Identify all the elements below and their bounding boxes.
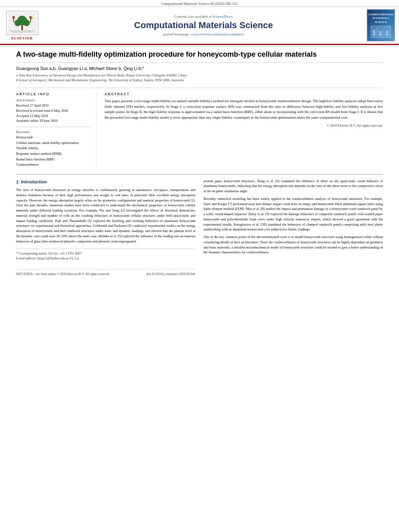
journal-citation: Computational Materials Science 49 (2010… (0, 0, 399, 7)
footnote-email: E-mail address: Qing.Li@Sydney.edu.au (Q… (16, 256, 195, 261)
affiliation-a: a State Key Laboratory of Advanced Desig… (16, 73, 383, 78)
doi-text: doi:10.1016/j.commatsci.2010.05.041 (146, 272, 195, 277)
svg-rect-1 (21, 25, 23, 30)
elsevier-logo: ELSEVIER (4, 11, 40, 40)
svg-rect-15 (376, 28, 378, 36)
keywords-label: Keywords: (16, 130, 91, 134)
authors-line: Guangyong Sun a,b, Guangyao Li a, Michae… (16, 66, 383, 71)
keyword-6: Crashworthiness (16, 162, 91, 168)
svg-point-3 (14, 20, 21, 26)
right-paragraph-3: One of the key common points of the abov… (204, 234, 383, 255)
affiliation-b: b School of Aerospace, Mechanical and Me… (16, 78, 383, 83)
info-abstract-section: ARTICLE INFO Article history: Received 2… (16, 88, 383, 168)
svg-point-8 (32, 17, 33, 18)
keyword-3: Variable fidelity (16, 146, 91, 151)
intro-paragraph-1: The uses of honeycomb structures as ener… (16, 187, 195, 244)
elsevier-logo-image (6, 11, 38, 35)
cover-decoration: COMPUTATIONALMATERIALSSCIENCE (367, 10, 395, 41)
keyword-2: Cellular materials, multi-fidelity optim… (16, 140, 91, 146)
sciencedirect-hyperlink[interactable]: ScienceDirect (212, 14, 232, 18)
issn-text: 0927-0256/$ – see front matter © 2010 El… (16, 272, 110, 277)
body-right-column: aramid paper honeycomb structures. Hong … (204, 179, 383, 277)
abstract-column: ABSTRACT This paper presents a two-stage… (105, 92, 383, 168)
article-info-column: ARTICLE INFO Article history: Received 2… (16, 92, 97, 168)
keywords-section: Keywords: Honeycomb Cellular materials, … (16, 130, 91, 168)
keyword-5: Radial basis function (RBF) (16, 157, 91, 162)
section1-heading: 1. Introduction (16, 179, 195, 185)
journal-center: Contents lists available at ScienceDirec… (44, 14, 363, 36)
article-content: A two-stage multi-fidelity optimization … (0, 45, 399, 281)
accepted-date: Accepted 12 May 2010 (16, 113, 91, 119)
footnote-area: * Corresponding author. Tel./fax: +61 2 … (16, 249, 195, 261)
elsevier-brand-text: ELSEVIER (11, 36, 33, 40)
authors-text: Guangyong Sun a,b, Guangyao Li a, Michae… (16, 66, 144, 71)
svg-point-5 (29, 16, 32, 18)
affiliations: a State Key Laboratory of Advanced Desig… (16, 73, 383, 83)
keyword-4: Response surface method (RSM) (16, 151, 91, 157)
journal-cover-image: COMPUTATIONALMATERIALSSCIENCE (367, 9, 395, 41)
bottom-bar: 0927-0256/$ – see front matter © 2010 El… (16, 269, 195, 277)
received-date: Received 27 April 2010 (16, 103, 91, 108)
article-title: A two-stage multi-fidelity optimization … (16, 50, 383, 63)
elsevier-tree-icon (8, 12, 36, 33)
citation-text: Computational Materials Science 49 (2010… (161, 2, 238, 6)
right-paragraph-1: aramid paper honeycomb structures. Hong … (204, 179, 383, 194)
available-date: Available online 18 June 2010 (16, 118, 91, 123)
copyright-text: © 2010 Elsevier B.V. All rights reserved… (105, 123, 383, 127)
svg-rect-14 (373, 30, 375, 36)
svg-rect-17 (383, 29, 385, 36)
article-info-label: ARTICLE INFO (16, 92, 91, 96)
article-history-group: Article history: Received 27 April 2010 … (16, 99, 91, 123)
revised-date: Received in revised form 8 May 2010 (16, 108, 91, 113)
journal-homepage: journal homepage: www.elsevier.com/locat… (44, 32, 363, 36)
body-left-column: 1. Introduction The uses of honeycomb st… (16, 179, 195, 277)
sciencedirect-link: Contents lists available at ScienceDirec… (44, 14, 363, 18)
journal-title: Computational Materials Science (44, 20, 363, 31)
svg-point-9 (12, 16, 15, 18)
svg-point-4 (23, 20, 30, 26)
abstract-label: ABSTRACT (105, 92, 383, 96)
keyword-1: Honeycomb (16, 135, 91, 140)
body-section: 1. Introduction The uses of honeycomb st… (16, 174, 383, 277)
info-divider (16, 127, 91, 127)
right-paragraph-2: Recently, numerical modeling has been wi… (204, 196, 383, 232)
abstract-text: This paper presents a two-stage multi-fi… (105, 99, 383, 120)
history-label: Article history: (16, 99, 91, 102)
svg-rect-18 (386, 31, 388, 36)
svg-rect-16 (379, 31, 382, 36)
journal-header: ELSEVIER Contents lists available at Sci… (0, 7, 399, 45)
footnote-corresponding: * Corresponding author. Tel./fax: +61 2 … (16, 251, 195, 256)
homepage-link[interactable]: www.elsevier.com/locate/commatsci (191, 32, 244, 36)
